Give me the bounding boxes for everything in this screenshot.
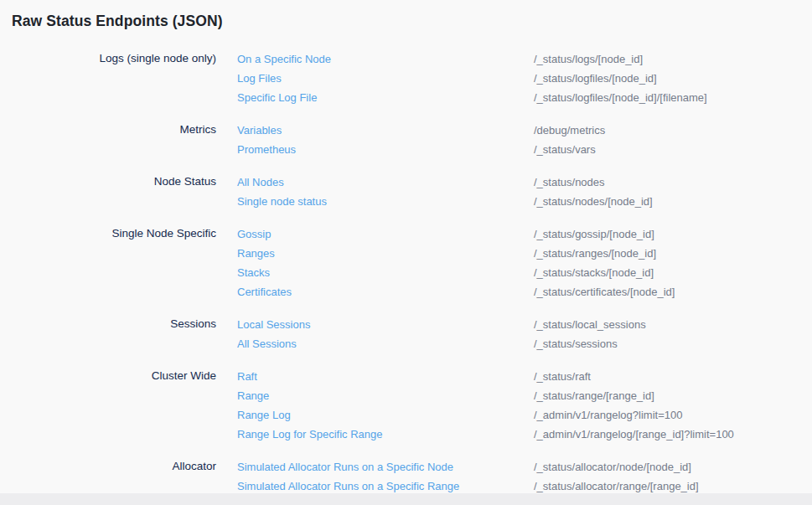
section-label: Single Node Specific xyxy=(12,224,216,243)
endpoint-path: /_status/local_sessions xyxy=(534,316,800,334)
endpoint-row: On a Specific Node/_status/logs/[node_id… xyxy=(216,49,800,69)
endpoint-link-cell: Variables xyxy=(216,121,534,140)
endpoint-link-cell: Prometheus xyxy=(216,140,534,159)
endpoint-link[interactable]: Stacks xyxy=(237,266,270,279)
endpoint-link[interactable]: All Sessions xyxy=(237,338,297,350)
endpoint-section: Logs (single node only) On a Specific No… xyxy=(12,49,800,107)
page-content: Raw Status Endpoints (JSON) Logs (single… xyxy=(0,0,812,496)
section-entries: Gossip/_status/gossip/[node_id]Ranges/_s… xyxy=(216,224,800,301)
endpoint-link-cell: Local Sessions xyxy=(216,315,534,334)
endpoint-link[interactable]: Local Sessions xyxy=(237,318,310,331)
section-label: Logs (single node only) xyxy=(12,49,216,68)
endpoint-link[interactable]: Range xyxy=(237,389,269,402)
endpoint-row: Simulated Allocator Runs on a Specific N… xyxy=(216,457,800,477)
endpoint-path: /_status/logfiles/[node_id]/[filename] xyxy=(534,89,800,107)
section-label: Cluster Wide xyxy=(12,367,216,385)
endpoint-path: /_status/sessions xyxy=(534,335,800,353)
debug-page: Raw Status Endpoints (JSON) Logs (single… xyxy=(0,0,812,505)
endpoint-link[interactable]: Gossip xyxy=(237,228,271,240)
endpoint-link[interactable]: Prometheus xyxy=(237,143,296,156)
endpoint-section: Single Node Specific Gossip/_status/goss… xyxy=(12,224,800,301)
endpoint-row: Certificates/_status/certificates/[node_… xyxy=(216,282,800,301)
endpoint-row: Gossip/_status/gossip/[node_id] xyxy=(216,224,800,244)
section-entries: Local Sessions/_status/local_sessionsAll… xyxy=(216,315,800,353)
endpoint-path: /_admin/v1/rangelog/[range_id]?limit=100 xyxy=(534,425,800,444)
endpoint-link-cell: Raft xyxy=(216,367,534,386)
endpoint-link-cell: All Nodes xyxy=(216,173,534,192)
endpoint-link[interactable]: Variables xyxy=(237,124,282,137)
endpoint-section: Metrics Variables/debug/metricsPrometheu… xyxy=(12,121,800,159)
endpoint-link-cell: Simulated Allocator Runs on a Specific N… xyxy=(216,457,534,477)
endpoint-path: /_status/logfiles/[node_id] xyxy=(534,70,800,88)
endpoint-row: All Sessions/_status/sessions xyxy=(216,334,800,353)
endpoint-section: Allocator Simulated Allocator Runs on a … xyxy=(12,457,800,496)
endpoint-row: Raft/_status/raft xyxy=(216,367,800,386)
endpoint-link-cell: Stacks xyxy=(216,263,534,282)
bottom-strip xyxy=(0,493,812,505)
endpoint-path: /_status/certificates/[node_id] xyxy=(534,283,800,301)
endpoint-row: All Nodes/_status/nodes xyxy=(216,173,800,192)
endpoint-path: /_status/stacks/[node_id] xyxy=(534,264,800,282)
endpoint-link[interactable]: Specific Log File xyxy=(237,91,317,104)
endpoint-link-cell: Range Log for Specific Range xyxy=(216,425,534,444)
endpoint-path: /_status/ranges/[node_id] xyxy=(534,245,800,263)
endpoint-row: Single node status/_status/nodes/[node_i… xyxy=(216,192,800,211)
endpoint-link-cell: Range xyxy=(216,386,534,405)
endpoint-link[interactable]: Range Log xyxy=(237,409,291,421)
page-title: Raw Status Endpoints (JSON) xyxy=(12,11,800,31)
endpoint-link[interactable]: All Nodes xyxy=(237,176,284,188)
endpoint-path: /_admin/v1/rangelog?limit=100 xyxy=(534,406,800,425)
endpoint-path: /_status/range/[range_id] xyxy=(534,387,800,405)
endpoint-path: /_status/vars xyxy=(534,141,800,159)
section-label: Metrics xyxy=(12,121,216,139)
endpoint-path: /_status/allocator/node/[node_id] xyxy=(534,458,800,477)
section-entries: Raft/_status/raftRange/_status/range/[ra… xyxy=(216,367,800,444)
endpoint-link-cell: Ranges xyxy=(216,244,534,263)
endpoint-link[interactable]: Log Files xyxy=(237,72,282,85)
endpoint-link[interactable]: Simulated Allocator Runs on a Specific R… xyxy=(237,480,459,492)
endpoint-row: Log Files/_status/logfiles/[node_id] xyxy=(216,69,800,88)
endpoint-link[interactable]: Simulated Allocator Runs on a Specific N… xyxy=(237,461,453,473)
endpoint-section: Sessions Local Sessions/_status/local_se… xyxy=(12,315,800,353)
section-label: Sessions xyxy=(12,315,216,333)
endpoint-path: /debug/metrics xyxy=(534,121,800,140)
section-entries: Simulated Allocator Runs on a Specific N… xyxy=(216,457,800,496)
endpoint-link-cell: Specific Log File xyxy=(216,88,534,107)
section-label: Allocator xyxy=(12,457,216,476)
endpoint-path: /_status/nodes xyxy=(534,173,800,192)
endpoint-row: Range Log for Specific Range/_admin/v1/r… xyxy=(216,425,800,444)
endpoint-path: /_status/logs/[node_id] xyxy=(534,50,800,69)
endpoint-section: Cluster Wide Raft/_status/raftRange/_sta… xyxy=(12,367,800,444)
endpoint-link[interactable]: Range Log for Specific Range xyxy=(237,428,382,441)
section-entries: Variables/debug/metricsPrometheus/_statu… xyxy=(216,121,800,159)
endpoints-table: Logs (single node only) On a Specific No… xyxy=(12,49,800,496)
section-entries: On a Specific Node/_status/logs/[node_id… xyxy=(216,49,800,107)
endpoint-path: /_status/raft xyxy=(534,368,800,386)
endpoint-link-cell: Log Files xyxy=(216,69,534,88)
endpoint-link[interactable]: Ranges xyxy=(237,247,275,260)
endpoint-link-cell: Gossip xyxy=(216,224,534,244)
endpoint-row: Stacks/_status/stacks/[node_id] xyxy=(216,263,800,282)
endpoint-link-cell: Single node status xyxy=(216,192,534,211)
endpoint-link[interactable]: Single node status xyxy=(237,195,327,208)
endpoint-row: Prometheus/_status/vars xyxy=(216,140,800,159)
endpoint-link-cell: Certificates xyxy=(216,282,534,301)
endpoint-path: /_status/gossip/[node_id] xyxy=(534,225,800,244)
endpoint-row: Range Log/_admin/v1/rangelog?limit=100 xyxy=(216,405,800,425)
section-entries: All Nodes/_status/nodesSingle node statu… xyxy=(216,173,800,211)
endpoint-row: Local Sessions/_status/local_sessions xyxy=(216,315,800,334)
section-label: Node Status xyxy=(12,173,216,191)
endpoint-row: Ranges/_status/ranges/[node_id] xyxy=(216,244,800,263)
endpoint-row: Variables/debug/metrics xyxy=(216,121,800,140)
endpoint-path: /_status/nodes/[node_id] xyxy=(534,193,800,211)
endpoint-link[interactable]: On a Specific Node xyxy=(237,53,331,65)
endpoint-row: Specific Log File/_status/logfiles/[node… xyxy=(216,88,800,107)
endpoint-link-cell: On a Specific Node xyxy=(216,49,534,69)
endpoint-link[interactable]: Raft xyxy=(237,370,257,383)
endpoint-link[interactable]: Certificates xyxy=(237,286,292,298)
endpoint-row: Range/_status/range/[range_id] xyxy=(216,386,800,405)
endpoint-link-cell: All Sessions xyxy=(216,334,534,353)
endpoint-link-cell: Range Log xyxy=(216,405,534,425)
endpoint-section: Node Status All Nodes/_status/nodesSingl… xyxy=(12,173,800,211)
